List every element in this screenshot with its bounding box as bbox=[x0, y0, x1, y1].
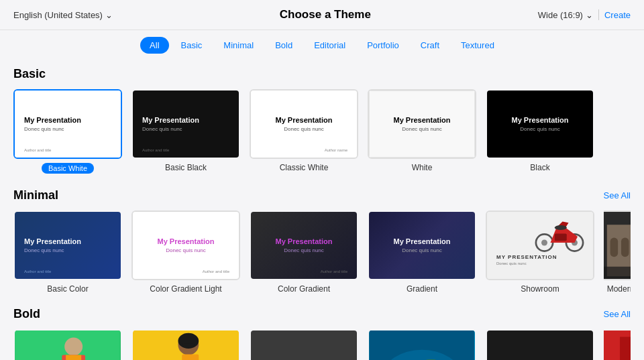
theme-black[interactable]: My Presentation Donec quis nunc Black bbox=[486, 89, 594, 175]
theme-basic-black-thumb[interactable]: My Presentation Donec quis nunc Author a… bbox=[131, 89, 240, 159]
tab-portfolio[interactable]: Portfolio bbox=[358, 37, 409, 54]
theme-gradient-thumb[interactable]: My Presentation Donec quis nunc bbox=[368, 211, 476, 280]
svg-rect-27 bbox=[182, 343, 194, 347]
slide-title: My Presentation bbox=[276, 116, 333, 124]
svg-marker-39 bbox=[620, 337, 631, 360]
theme-bold-5[interactable]: DONEC QUIS NUNC MY PRESENTATION bbox=[486, 329, 594, 360]
svg-point-18 bbox=[64, 338, 83, 356]
theme-basic-color[interactable]: My Presentation Donec quis nunc Author a… bbox=[13, 211, 122, 294]
slide-author: Author and title bbox=[321, 269, 347, 274]
tab-editorial[interactable]: Editorial bbox=[305, 37, 355, 54]
section-minimal-title: Minimal bbox=[13, 188, 58, 202]
theme-black-thumb[interactable]: My Presentation Donec quis nunc bbox=[486, 89, 594, 159]
theme-color-gradient-light[interactable]: My Presentation Donec quis nunc Author a… bbox=[131, 211, 240, 294]
slide-subtitle: Donec quis nunc bbox=[284, 247, 324, 253]
bold-see-all[interactable]: See All bbox=[604, 309, 631, 319]
theme-gradient-label-wrap: Gradient bbox=[407, 284, 437, 294]
theme-gradient[interactable]: My Presentation Donec quis nunc Gradient bbox=[368, 211, 476, 294]
tab-bold[interactable]: Bold bbox=[266, 37, 302, 54]
slide-preview: My Presentation Donec quis nunc Author a… bbox=[251, 212, 357, 279]
slide-subtitle: Donec quis nunc bbox=[402, 126, 442, 132]
slide-subtitle: Donec quis nunc bbox=[402, 247, 442, 253]
theme-basic-color-thumb[interactable]: My Presentation Donec quis nunc Author a… bbox=[13, 211, 122, 280]
tab-textured[interactable]: Textured bbox=[451, 37, 504, 54]
slide-subtitle: Donec quis nunc bbox=[166, 247, 206, 253]
theme-black-label-wrap: Black bbox=[530, 163, 549, 172]
theme-bold-1-thumb[interactable]: MY PRESENTATION Donec quis nunc bbox=[13, 329, 122, 360]
header-divider bbox=[598, 9, 599, 20]
aspect-ratio-selector[interactable]: Wide (16:9) ⌄ bbox=[538, 10, 593, 20]
slide-preview: My Presentation Donec quis nunc bbox=[369, 212, 475, 279]
turtle-icon bbox=[369, 331, 475, 360]
slide-preview bbox=[604, 331, 631, 360]
section-minimal-header: Minimal See All bbox=[13, 188, 631, 202]
slide-preview: MY PRESENTATION Donec quis nunc bbox=[487, 212, 593, 279]
slide-preview: My Presentation Donec quis nunc bbox=[369, 91, 475, 158]
showroom-slide-text: MY PRESENTATION Donec quis nunc bbox=[496, 254, 557, 265]
slide-preview: My Pre... bbox=[604, 212, 631, 279]
section-basic-title: Basic bbox=[13, 67, 46, 81]
slide-preview: DONEC QUIS NUNC MY PRESENTATION bbox=[487, 331, 593, 360]
dialog-title: Choose a Theme bbox=[280, 8, 371, 21]
tab-all[interactable]: All bbox=[140, 37, 168, 54]
filter-tabs: All Basic Minimal Bold Editorial Portfol… bbox=[0, 30, 644, 60]
theme-modern[interactable]: My Pre... Modern bbox=[604, 211, 631, 294]
selected-badge: Basic White bbox=[42, 163, 94, 174]
svg-point-2 bbox=[541, 240, 547, 246]
section-bold: Bold See All bbox=[13, 307, 631, 360]
theme-bold-1[interactable]: MY PRESENTATION Donec quis nunc bbox=[13, 329, 122, 360]
section-minimal: Minimal See All My Presentation Donec qu… bbox=[13, 188, 631, 294]
tab-craft[interactable]: Craft bbox=[411, 37, 449, 54]
theme-modern-thumb[interactable]: My Pre... bbox=[604, 211, 631, 280]
slide-preview: MYPRESENTATION bbox=[133, 331, 239, 360]
chevron-down-icon: ⌄ bbox=[105, 10, 113, 20]
theme-bold-3[interactable]: MY PRESENTATION bbox=[250, 329, 358, 360]
theme-white-label-wrap: White bbox=[412, 163, 433, 172]
person-icon-2 bbox=[133, 331, 239, 360]
create-button[interactable]: Create bbox=[604, 10, 631, 20]
theme-color-gradient-light-thumb[interactable]: My Presentation Donec quis nunc Author a… bbox=[131, 211, 240, 280]
theme-white-thumb[interactable]: My Presentation Donec quis nunc bbox=[368, 89, 476, 159]
theme-white[interactable]: My Presentation Donec quis nunc White bbox=[368, 89, 476, 175]
theme-basic-white-thumb[interactable]: My Presentation Donec quis nunc Author a… bbox=[13, 89, 122, 159]
slide-preview: Donec quis nunc My Presentation bbox=[369, 331, 475, 360]
aspect-ratio-label: Wide (16:9) bbox=[538, 10, 583, 20]
theme-basic-white[interactable]: My Presentation Donec quis nunc Author a… bbox=[13, 89, 122, 175]
bold-theme-grid: MY PRESENTATION Donec quis nunc bbox=[13, 329, 631, 360]
slide-author: Author and title bbox=[24, 269, 51, 274]
theme-showroom-label-wrap: Showroom bbox=[521, 284, 559, 294]
theme-bold-6-thumb[interactable] bbox=[604, 329, 631, 360]
svg-rect-11 bbox=[621, 237, 629, 257]
theme-bold-5-thumb[interactable]: DONEC QUIS NUNC MY PRESENTATION bbox=[486, 329, 594, 360]
slide-preview: MY PRESENTATION bbox=[251, 331, 357, 360]
theme-showroom[interactable]: MY PRESENTATION Donec quis nunc Showroom bbox=[486, 211, 594, 294]
language-selector[interactable]: English (United States) ⌄ bbox=[13, 10, 113, 20]
theme-color-gradient[interactable]: My Presentation Donec quis nunc Author a… bbox=[250, 211, 358, 294]
minimal-see-all[interactable]: See All bbox=[604, 190, 631, 200]
theme-basic-black[interactable]: My Presentation Donec quis nunc Author a… bbox=[131, 89, 240, 175]
theme-classic-white-thumb[interactable]: My Presentation Donec quis nunc Author n… bbox=[250, 89, 358, 159]
theme-bold-6[interactable] bbox=[604, 329, 631, 360]
theme-classic-white-label-wrap: Classic White bbox=[280, 163, 329, 172]
theme-color-gradient-thumb[interactable]: My Presentation Donec quis nunc Author a… bbox=[250, 211, 358, 280]
theme-bold-4-thumb[interactable]: Donec quis nunc My Presentation bbox=[368, 329, 476, 360]
slide-title: My Presentation bbox=[276, 237, 333, 245]
slide-subtitle: Donec quis nunc bbox=[520, 126, 560, 132]
language-label: English (United States) bbox=[13, 10, 103, 20]
theme-showroom-thumb[interactable]: MY PRESENTATION Donec quis nunc bbox=[486, 211, 594, 280]
slide-title: My Presentation bbox=[512, 116, 569, 124]
slide-title: My Presentation bbox=[394, 116, 451, 124]
theme-bold-2[interactable]: MYPRESENTATION bbox=[131, 329, 240, 360]
slide-title: My Presentation bbox=[24, 116, 81, 124]
theme-bold-3-thumb[interactable]: MY PRESENTATION bbox=[250, 329, 358, 360]
theme-basic-color-label: Basic Color bbox=[47, 284, 88, 294]
slide-title: My Presentation bbox=[158, 237, 215, 245]
theme-bold-4[interactable]: Donec quis nunc My Presentation bbox=[368, 329, 476, 360]
theme-color-gradient-light-label-wrap: Color Gradient Light bbox=[150, 284, 221, 294]
theme-basic-black-label-wrap: Basic Black bbox=[165, 163, 207, 172]
theme-bold-2-thumb[interactable]: MYPRESENTATION bbox=[131, 329, 240, 360]
tab-basic[interactable]: Basic bbox=[172, 37, 212, 54]
tab-minimal[interactable]: Minimal bbox=[214, 37, 263, 54]
svg-rect-15 bbox=[604, 267, 631, 279]
theme-classic-white[interactable]: My Presentation Donec quis nunc Author n… bbox=[250, 89, 358, 175]
